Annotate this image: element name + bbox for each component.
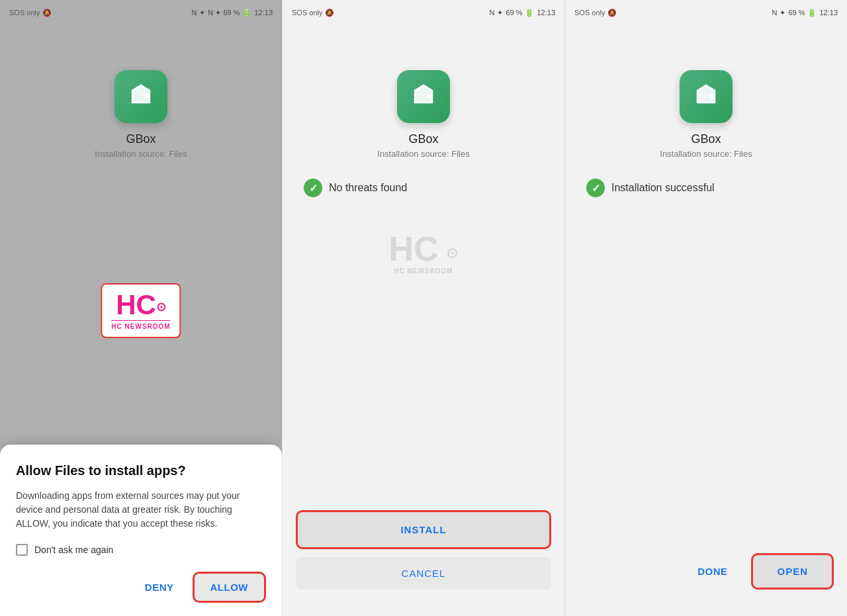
gbox-logo-3 <box>690 80 723 113</box>
battery-icon-1: 🔋 <box>242 9 251 17</box>
app-source-2: Installation source: Files <box>377 149 469 159</box>
status-bar-2: SOS only 🔕 N ✦ 69 % 🔋 12:13 <box>283 0 564 24</box>
checkbox-row[interactable]: Don't ask me again <box>16 544 266 556</box>
battery-percent-3: 69 % <box>788 9 805 17</box>
gbox-logo-2 <box>407 80 440 113</box>
phone-panel-2: SOS only 🔕 N ✦ 69 % 🔋 12:13 GBox Install… <box>282 0 564 616</box>
app-area-3: GBox Installation source: Files <box>565 24 847 159</box>
panel-3-buttons: DONE OPEN <box>565 553 847 616</box>
check-icon-2 <box>304 179 322 197</box>
app-area-2: GBox Installation source: Files <box>283 24 564 159</box>
allow-button[interactable]: ALLOW <box>193 572 266 603</box>
install-status: Installation successful <box>565 179 847 197</box>
sos-text-2: SOS only 🔕 <box>292 9 334 17</box>
svg-rect-2 <box>705 94 715 99</box>
app-name-2: GBox <box>408 132 438 146</box>
status-bar-3: SOS only 🔕 N ✦ 69 % 🔋 12:13 <box>565 0 847 24</box>
status-text-2: No threats found <box>329 182 407 194</box>
open-button[interactable]: OPEN <box>751 553 834 590</box>
svg-rect-1 <box>423 94 432 99</box>
bluetooth-icon-3: ✦ <box>780 9 785 17</box>
dont-ask-label: Don't ask me again <box>34 545 113 555</box>
cancel-button[interactable]: CANCEL <box>296 557 551 590</box>
content-area-3: Installation successful DONE OPEN <box>565 159 847 616</box>
nfc-icon-2: N <box>489 9 494 17</box>
app-name-3: GBox <box>691 132 721 146</box>
time-3: 12:13 <box>819 9 838 17</box>
watermark-hc-color-text: HC⊙ <box>111 291 170 319</box>
battery-icon-2: 🔋 <box>525 9 534 17</box>
svg-rect-0 <box>140 94 150 99</box>
content-area-2: No threats found HC ⊙ HC NEWSROOM INSTAL… <box>283 159 564 616</box>
app-icon-3 <box>680 70 733 123</box>
dialog-buttons: DENY ALLOW <box>16 572 266 603</box>
nfc-icon-1: N <box>191 9 197 17</box>
app-icon-2 <box>397 70 450 123</box>
dialog-box: Allow Files to install apps? Downloading… <box>0 445 282 616</box>
install-button[interactable]: INSTALL <box>296 510 551 549</box>
nfc-icon-3: N <box>772 9 777 17</box>
dialog-body: Downloading apps from external sources m… <box>16 489 266 531</box>
battery-icon-3: 🔋 <box>807 9 817 17</box>
phone-panel-3: SOS only 🔕 N ✦ 69 % 🔋 12:13 GBox Install… <box>564 0 847 616</box>
bluetooth-icon-2: ✦ <box>497 9 503 17</box>
panel-2-buttons: INSTALL CANCEL <box>283 510 564 616</box>
dialog-title: Allow Files to install apps? <box>16 463 266 478</box>
status-right-1: N ✦ N ✦ 69 % 🔋 12:13 <box>191 9 273 17</box>
phone-panel-1: SOS only 🔕 N ✦ N ✦ 69 % 🔋 12:13 GBox Ins… <box>0 0 282 616</box>
sos-text-1: SOS only 🔕 <box>9 9 52 17</box>
status-left-1: SOS only 🔕 <box>9 9 52 17</box>
bluetooth-icon-1: ✦ <box>199 9 205 17</box>
done-button[interactable]: DONE <box>682 553 743 590</box>
check-icon-3 <box>586 179 605 197</box>
deny-button[interactable]: DENY <box>132 572 187 603</box>
app-source-3: Installation source: Files <box>660 149 752 159</box>
app-icon-1 <box>114 70 167 123</box>
watermark-color: HC⊙ HC NEWSROOM <box>101 283 181 338</box>
sos-text-3: SOS only 🔕 <box>574 9 617 17</box>
status-right-3: N ✦ 69 % 🔋 12:13 <box>772 9 838 17</box>
time-1: 12:13 <box>254 9 273 17</box>
battery-percent-2: 69 % <box>506 9 522 17</box>
watermark-sub-color: HC NEWSROOM <box>111 320 170 330</box>
content-area-1: Allow Files to install apps? Downloading… <box>0 159 282 616</box>
status-left-2: SOS only 🔕 <box>292 9 334 17</box>
watermark-sub-gray: HC NEWSROOM <box>389 267 459 275</box>
status-right-2: N ✦ 69 % 🔋 12:13 <box>489 9 555 17</box>
battery-percent-1: N ✦ 69 % <box>208 9 240 17</box>
time-2: 12:13 <box>537 9 555 17</box>
app-source-1: Installation source: Files <box>95 149 187 159</box>
dont-ask-checkbox[interactable] <box>16 544 28 556</box>
watermark-gray: HC ⊙ HC NEWSROOM <box>389 232 459 275</box>
status-bar-1: SOS only 🔕 N ✦ N ✦ 69 % 🔋 12:13 <box>0 0 282 24</box>
status-text-3: Installation successful <box>611 182 715 194</box>
watermark-hc-gray-text: HC ⊙ <box>389 232 459 266</box>
gbox-logo-1 <box>124 80 157 113</box>
app-area-1: GBox Installation source: Files <box>0 24 282 159</box>
app-name-1: GBox <box>126 132 156 146</box>
status-left-3: SOS only 🔕 <box>574 9 617 17</box>
threat-status: No threats found <box>283 179 564 197</box>
